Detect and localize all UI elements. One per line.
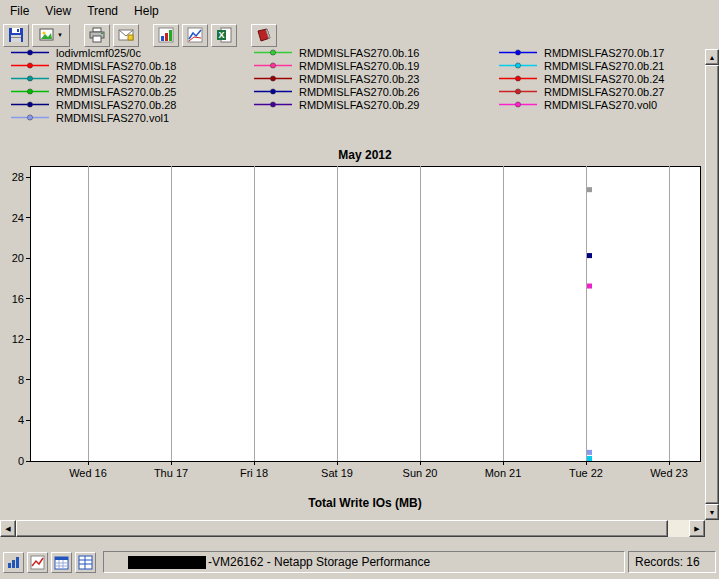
series-label: RMDMISLFAS270.0b.22 [56,73,176,85]
scroll-up-button[interactable]: ▲ [705,49,719,65]
bar-chart-icon [6,555,21,570]
performance-chart: Wed 16Thu 17Fri 18Sat 19Sun 20Mon 21Tue … [0,148,706,516]
legend-item: RMDMISLFAS270.0b.28 [10,98,253,111]
series-label: RMDMISLFAS270.0b.29 [299,99,419,111]
series-line-icon [10,100,50,109]
svg-text:Thu 17: Thu 17 [154,467,188,479]
svg-text:28: 28 [12,171,24,183]
series-line-icon [498,87,538,96]
legend-item: RMDMISLFAS270.0b.23 [253,72,498,85]
svg-text:20: 20 [12,252,24,264]
series-line-icon [10,113,50,122]
series-line-icon [253,100,293,109]
series-label: lodivmlcmf025/0c [56,47,141,59]
chevron-down-icon: ▼ [57,32,63,38]
svg-text:0: 0 [18,455,24,467]
menu-file[interactable]: File [2,1,37,21]
legend-item: RMDMISLFAS270.0b.21 [498,59,664,72]
series-label: RMDMISLFAS270.vol1 [56,112,169,124]
calendar-icon [54,555,69,570]
legend-item: RMDMISLFAS270.0b.16 [253,46,498,59]
svg-text:Sat 19: Sat 19 [321,467,353,479]
bar-chart-view-button[interactable] [153,24,179,47]
series-line-icon [253,48,293,57]
svg-text:Wed 16: Wed 16 [69,467,107,479]
series-label: RMDMISLFAS270.0b.28 [56,99,176,111]
series-label: RMDMISLFAS270.0b.21 [544,60,664,72]
horizontal-scrollbar[interactable]: ◀ ▶ [0,520,705,537]
series-label: RMDMISLFAS270.0b.26 [299,86,419,98]
scroll-left-button[interactable]: ◀ [0,520,16,537]
line-chart-icon [30,555,45,570]
legend-item: RMDMISLFAS270.0b.27 [498,85,664,98]
vertical-scrollbar[interactable]: ▲ ▼ [705,49,719,520]
svg-text:Tue 22: Tue 22 [569,467,603,479]
series-line-icon [10,87,50,96]
series-line-icon [498,61,538,70]
legend-item: RMDMISLFAS270.0b.17 [498,46,664,59]
legend: lodivmlcmf025/0cRMDMISLFAS270.0b.18RMDMI… [10,46,703,124]
svg-text:Sun 20: Sun 20 [403,467,438,479]
excel-export-button[interactable]: X [211,24,237,47]
legend-item: RMDMISLFAS270.0b.26 [253,85,498,98]
horizontal-scroll-thumb[interactable] [16,520,668,537]
menu-view[interactable]: View [37,1,79,21]
email-icon [118,27,134,43]
status-table-button[interactable] [75,552,96,573]
records-count: Records: 16 [628,551,716,573]
series-label: RMDMISLFAS270.0b.19 [299,60,419,72]
status-message-panel: -VM26162 - Netapp Storage Performance [103,551,625,573]
series-label: RMDMISLFAS270.0b.25 [56,86,176,98]
line-chart-view-button[interactable] [182,24,208,47]
series-line-icon [253,87,293,96]
menu-bar: File View Trend Help [0,0,719,21]
status-calendar-button[interactable] [51,552,72,573]
legend-item: RMDMISLFAS270.0b.24 [498,72,664,85]
series-line-icon [253,61,293,70]
series-line-icon [10,74,50,83]
series-label: RMDMISLFAS270.0b.24 [544,73,664,85]
series-line-icon [10,61,50,70]
print-button[interactable] [84,24,110,47]
line-chart-view-icon [187,27,203,43]
legend-item: RMDMISLFAS270.0b.18 [10,59,253,72]
app-window: File View Trend Help ▼ [0,0,719,579]
series-label: RMDMISLFAS270.0b.18 [56,60,176,72]
bar-chart-view-icon [158,27,174,43]
export-button[interactable]: ▼ [32,24,70,47]
status-line-chart-button[interactable] [27,552,48,573]
series-line-icon [10,48,50,57]
legend-item: RMDMISLFAS270.0b.19 [253,59,498,72]
menu-help[interactable]: Help [126,1,167,21]
scroll-down-button[interactable]: ▼ [705,504,719,520]
table-icon [78,555,93,570]
export-icon [39,27,55,43]
status-bar-chart-button[interactable] [3,552,24,573]
series-label: RMDMISLFAS270.0b.17 [544,47,664,59]
svg-text:May 2012: May 2012 [338,148,392,162]
legend-item: RMDMISLFAS270.0b.29 [253,98,498,111]
scroll-right-button[interactable]: ▶ [689,520,705,537]
series-label: RMDMISLFAS270.0b.23 [299,73,419,85]
toolbar: ▼ [0,21,719,49]
series-line-icon [498,74,538,83]
status-bar: -VM26162 - Netapp Storage Performance Re… [0,545,719,579]
svg-text:Fri 18: Fri 18 [240,467,268,479]
svg-text:Wed 23: Wed 23 [650,467,688,479]
series-label: RMDMISLFAS270.0b.27 [544,86,664,98]
email-button[interactable] [113,24,139,47]
series-line-icon [498,100,538,109]
svg-text:X: X [218,30,224,40]
legend-item: RMDMISLFAS270.vol1 [10,111,253,124]
legend-item: lodivmlcmf025/0c [10,46,253,59]
scrollbar-corner [705,520,719,537]
save-button[interactable] [3,24,29,47]
vertical-scroll-thumb[interactable] [705,65,719,504]
legend-item: RMDMISLFAS270.0b.25 [10,85,253,98]
status-message: -VM26162 - Netapp Storage Performance [208,555,430,569]
menu-trend[interactable]: Trend [79,1,126,21]
series-label: RMDMISLFAS270.vol0 [544,99,657,111]
help-book-button[interactable] [251,24,277,47]
redacted-text-block [128,556,206,569]
svg-text:16: 16 [12,293,24,305]
